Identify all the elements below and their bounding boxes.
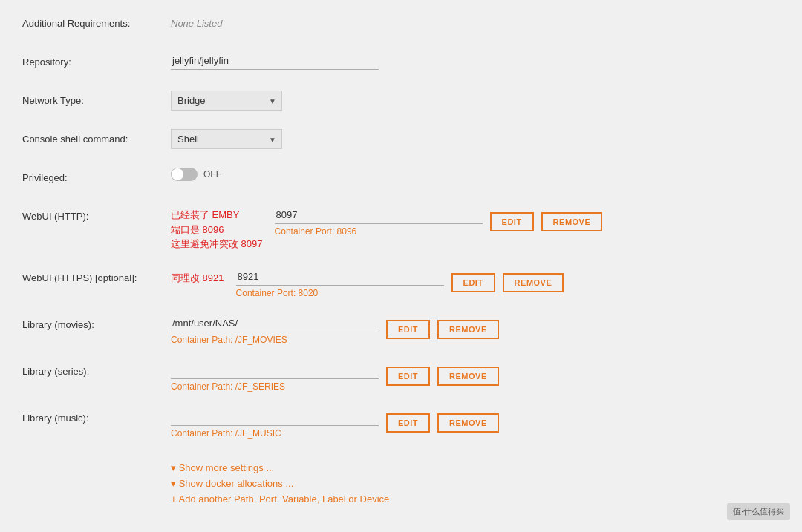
webui-https-container-port: Container Port: 8020 (236, 288, 444, 298)
console-shell-select[interactable]: Shell bash sh (171, 129, 282, 149)
library-series-label: Library (series): (22, 361, 171, 377)
library-movies-label: Library (movies): (22, 315, 171, 330)
bottom-links-row: ▾ Show more settings ... ▾ Show docker a… (22, 455, 780, 505)
library-series-field: Container Path: /JF_SERIES EDIT REMOVE (171, 361, 780, 392)
library-music-input-block: Container Path: /JF_MUSIC EDIT REMOVE (171, 408, 499, 439)
console-shell-label: Console shell command: (22, 129, 171, 145)
show-more-settings-link[interactable]: ▾ Show more settings ... (171, 462, 389, 473)
library-series-input[interactable] (171, 361, 379, 379)
repository-input[interactable] (171, 52, 379, 70)
webui-http-annotation: 已经装了 EMBY 端口是 8096 这里避免冲突改 8097 (171, 206, 263, 252)
library-movies-row: Library (movies): Container Path: /JF_MO… (22, 315, 780, 345)
show-more-settings-chevron-icon: ▾ (171, 462, 179, 473)
webui-http-input[interactable] (275, 206, 483, 224)
webui-https-edit-button[interactable]: EDIT (451, 273, 495, 292)
library-series-controls: Container Path: /JF_SERIES EDIT REMOVE (171, 361, 499, 392)
add-path-plus-icon: + (171, 493, 179, 505)
webui-http-label: WebUI (HTTP): (22, 206, 171, 222)
console-shell-field: Shell bash sh ▼ (171, 129, 780, 149)
library-music-input[interactable] (171, 408, 379, 426)
webui-https-row: WebUI (HTTPS) [optional]: 同理改 8921 Conta… (22, 268, 780, 298)
privileged-field: OFF (171, 168, 780, 181)
library-music-label: Library (music): (22, 408, 171, 424)
additional-requirements-label: Additional Requirements: (22, 13, 171, 29)
privileged-toggle[interactable] (171, 168, 198, 181)
webui-https-input-block: Container Port: 8020 EDIT REMOVE (236, 268, 564, 298)
privileged-toggle-group: OFF (171, 168, 221, 181)
library-series-input-block: Container Path: /JF_SERIES EDIT REMOVE (171, 361, 499, 392)
network-type-select[interactable]: Bridge Host None (171, 91, 282, 111)
library-series-row: Library (series): Container Path: /JF_SE… (22, 361, 780, 392)
webui-https-annotation-group: 同理改 8921 Container Port: 8020 EDIT REMOV… (171, 268, 564, 298)
network-type-select-wrapper: Bridge Host None ▼ (171, 91, 282, 111)
webui-http-controls: Container Port: 8096 EDIT REMOVE (275, 206, 603, 237)
additional-requirements-row: Additional Requirements: None Listed (22, 13, 780, 39)
show-docker-allocations-link[interactable]: ▾ Show docker allocations ... (171, 478, 389, 489)
library-movies-remove-button[interactable]: REMOVE (437, 320, 499, 339)
library-movies-container-port: Container Path: /JF_MOVIES (171, 335, 379, 345)
console-shell-select-wrapper: Shell bash sh ▼ (171, 129, 282, 149)
watermark: 值·什么值得买 (727, 503, 790, 520)
library-movies-field: Container Path: /JF_MOVIES EDIT REMOVE (171, 315, 780, 345)
webui-https-remove-button[interactable]: REMOVE (503, 273, 564, 292)
webui-https-field: 同理改 8921 Container Port: 8020 EDIT REMOV… (171, 268, 780, 298)
library-music-row: Library (music): Container Path: /JF_MUS… (22, 408, 780, 439)
network-type-field: Bridge Host None ▼ (171, 91, 780, 111)
webui-https-controls: Container Port: 8020 EDIT REMOVE (236, 268, 564, 298)
webui-https-annotation: 同理改 8921 (171, 268, 224, 286)
library-music-container-port: Container Path: /JF_MUSIC (171, 428, 379, 439)
webui-https-label: WebUI (HTTPS) [optional]: (22, 268, 171, 283)
library-music-remove-button[interactable]: REMOVE (437, 413, 499, 433)
none-listed-text: None Listed (171, 13, 222, 29)
library-music-field: Container Path: /JF_MUSIC EDIT REMOVE (171, 408, 780, 439)
webui-http-field: 已经装了 EMBY 端口是 8096 这里避免冲突改 8097 Containe… (171, 206, 780, 252)
library-movies-controls: Container Path: /JF_MOVIES EDIT REMOVE (171, 315, 499, 345)
library-movies-input-block: Container Path: /JF_MOVIES EDIT REMOVE (171, 315, 499, 345)
repository-field (171, 52, 780, 70)
toggle-knob (172, 168, 183, 180)
network-type-label: Network Type: (22, 91, 171, 106)
add-path-link[interactable]: + Add another Path, Port, Variable, Labe… (171, 493, 389, 505)
webui-http-annotation-group: 已经装了 EMBY 端口是 8096 这里避免冲突改 8097 Containe… (171, 206, 602, 252)
console-shell-row: Console shell command: Shell bash sh ▼ (22, 129, 780, 154)
webui-http-remove-button[interactable]: REMOVE (541, 212, 603, 231)
library-movies-input[interactable] (171, 315, 379, 332)
privileged-row: Privileged: OFF (22, 168, 780, 193)
bottom-links-area: ▾ Show more settings ... ▾ Show docker a… (171, 455, 780, 505)
library-music-edit-button[interactable]: EDIT (386, 413, 430, 433)
webui-http-input-block: Container Port: 8096 EDIT REMOVE (275, 206, 603, 237)
show-docker-allocations-chevron-icon: ▾ (171, 478, 179, 489)
library-series-container-port: Container Path: /JF_SERIES (171, 381, 379, 392)
webui-http-row: WebUI (HTTP): 已经装了 EMBY 端口是 8096 这里避免冲突改… (22, 206, 780, 252)
repository-row: Repository: (22, 52, 780, 77)
privileged-label: Privileged: (22, 168, 171, 183)
privileged-toggle-label: OFF (203, 169, 221, 180)
webui-http-edit-button[interactable]: EDIT (490, 212, 534, 231)
webui-https-input[interactable] (236, 268, 444, 286)
repository-label: Repository: (22, 52, 171, 68)
bottom-links-group: ▾ Show more settings ... ▾ Show docker a… (171, 462, 389, 505)
library-series-remove-button[interactable]: REMOVE (437, 367, 499, 386)
webui-http-container-port: Container Port: 8096 (275, 226, 483, 237)
library-music-controls: Container Path: /JF_MUSIC EDIT REMOVE (171, 408, 499, 439)
additional-requirements-field: None Listed (171, 13, 780, 29)
network-type-row: Network Type: Bridge Host None ▼ (22, 91, 780, 116)
library-series-edit-button[interactable]: EDIT (386, 367, 430, 386)
library-movies-edit-button[interactable]: EDIT (386, 320, 430, 339)
bottom-links-spacer (22, 455, 171, 459)
